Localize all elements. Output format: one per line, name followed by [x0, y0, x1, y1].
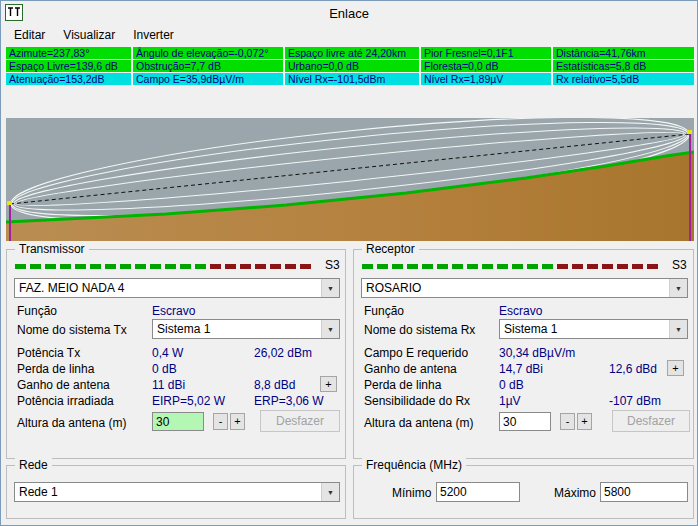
rx-antenna-gain-dbi: 14,7 dBi	[499, 362, 543, 376]
tx-antenna-gain-plus-button[interactable]: +	[320, 376, 337, 392]
info-cell: Campo E=35,9dBµV/m	[133, 73, 283, 85]
frequency-max-label: Máximo	[554, 486, 596, 500]
chevron-down-icon[interactable]: ▼	[669, 320, 687, 338]
signal-meter-segment	[270, 264, 281, 269]
signal-meter-segment	[90, 264, 101, 269]
signal-meter-segment	[617, 264, 628, 269]
signal-meter-segment	[45, 264, 56, 269]
signal-meter-segment	[542, 264, 553, 269]
tx-site-dot	[7, 201, 12, 205]
signal-meter-segment	[15, 264, 26, 269]
network-value: Rede 1	[15, 483, 321, 501]
tx-antenna-gain-label: Ganho de antena	[17, 378, 110, 392]
tx-height-minus-button[interactable]: -	[213, 413, 228, 430]
tx-power-dbm: 26,02 dBm	[254, 346, 312, 360]
signal-meter-segment	[195, 264, 206, 269]
info-cell: Estatísticas=5,8 dB	[553, 60, 694, 72]
rx-line-loss-label: Perda de linha	[364, 378, 441, 392]
signal-meter-segment	[527, 264, 538, 269]
signal-meter-segment	[497, 264, 508, 269]
signal-meter-segment	[285, 264, 296, 269]
tx-line-loss-label: Perda de linha	[17, 362, 94, 376]
signal-meter-segment	[105, 264, 116, 269]
network-group: Rede Rede 1 ▼	[6, 465, 346, 519]
tx-antenna-height-input[interactable]	[152, 412, 204, 431]
signal-meter-segment	[392, 264, 403, 269]
window-title: Enlace	[329, 6, 369, 21]
frequency-group: Frequência (MHz) Mínimo Máximo	[353, 465, 694, 519]
tx-station-value: FAZ. MEIO NADA 4	[15, 279, 321, 297]
rx-funcao-value: Escravo	[499, 304, 542, 318]
rx-line-loss-value: 0 dB	[499, 378, 524, 392]
transmitter-group-label: Transmissor	[15, 242, 89, 256]
rx-antenna-gain-label: Ganho de antena	[364, 362, 457, 376]
link-info-table: Azimute=237,83° Ângulo de elevação=-0,07…	[6, 47, 694, 85]
tx-eirp-value: EIRP=5,02 W	[152, 394, 225, 408]
rx-height-minus-button[interactable]: -	[560, 413, 575, 430]
rx-sensitivity-uv: 1µV	[499, 394, 521, 408]
network-group-label: Rede	[15, 458, 52, 472]
tx-station-select[interactable]: FAZ. MEIO NADA 4 ▼	[14, 278, 340, 298]
tx-undo-button[interactable]: Desfazer	[260, 410, 340, 432]
rx-height-plus-button[interactable]: +	[577, 413, 592, 430]
signal-meter-segment	[377, 264, 388, 269]
signal-meter-segment	[437, 264, 448, 269]
rx-system-value: Sistema 1	[500, 320, 669, 338]
menu-visualizar[interactable]: Visualizar	[54, 26, 124, 44]
signal-meter-segment	[632, 264, 643, 269]
tx-funcao-label: Função	[17, 304, 57, 318]
tx-system-select[interactable]: Sistema 1 ▼	[152, 319, 340, 339]
signal-meter-segment	[60, 264, 71, 269]
signal-meter-segment	[647, 264, 658, 269]
rx-required-field-label: Campo E requerido	[364, 346, 468, 360]
tx-signal-level: S3	[325, 258, 340, 272]
info-cell: Atenuação=153,2dB	[6, 73, 131, 85]
signal-meter-segment	[255, 264, 266, 269]
network-select[interactable]: Rede 1 ▼	[14, 482, 340, 502]
rx-undo-button[interactable]: Desfazer	[612, 410, 690, 432]
chevron-down-icon[interactable]: ▼	[321, 279, 339, 297]
tx-antenna-gain-dbi: 11 dBi	[152, 378, 185, 392]
rx-required-field-value: 30,34 dBµV/m	[499, 346, 575, 360]
menu-inverter[interactable]: Inverter	[124, 26, 183, 44]
enlace-window: Enlace Editar Visualizar Inverter Azimut…	[0, 0, 698, 526]
tx-antenna-height-label: Altura da antena (m)	[17, 416, 126, 430]
signal-meter-segment	[362, 264, 373, 269]
chevron-down-icon[interactable]: ▼	[321, 483, 339, 501]
info-cell: Azimute=237,83°	[6, 47, 131, 59]
signal-meter-segment	[120, 264, 131, 269]
chevron-down-icon[interactable]: ▼	[669, 279, 687, 297]
tx-height-plus-button[interactable]: +	[230, 413, 245, 430]
app-icon[interactable]	[5, 4, 23, 21]
info-cell: Pior Fresnel=0,1F1	[421, 47, 551, 59]
info-cell: Espaço Livre=139,6 dB	[6, 60, 131, 72]
menu-editar[interactable]: Editar	[5, 26, 54, 44]
info-cell: Floresta=0,0 dB	[421, 60, 551, 72]
tx-system-value: Sistema 1	[153, 320, 321, 338]
frequency-max-input[interactable]	[600, 482, 688, 502]
titlebar: Enlace	[1, 1, 697, 25]
rx-antenna-gain-plus-button[interactable]: +	[667, 360, 684, 376]
info-cell: Espaço livre até 24,20km	[285, 47, 419, 59]
rx-antenna-height-input[interactable]	[499, 412, 551, 431]
info-cell: Obstrução=7,7 dB	[133, 60, 283, 72]
rx-site-dot	[687, 130, 692, 134]
rx-signal-meter	[362, 263, 658, 270]
info-cell: Distância=41,76km	[553, 47, 694, 59]
tx-antenna-gain-dbd: 8,8 dBd	[254, 378, 295, 392]
signal-meter-segment	[407, 264, 418, 269]
signal-meter-segment	[75, 264, 86, 269]
signal-meter-segment	[587, 264, 598, 269]
signal-meter-segment	[30, 264, 41, 269]
rx-sensitivity-dbm: -107 dBm	[609, 394, 661, 408]
chevron-down-icon[interactable]: ▼	[321, 320, 339, 338]
signal-meter-segment	[557, 264, 568, 269]
signal-meter-segment	[422, 264, 433, 269]
transmitter-group: Transmissor S3 FAZ. MEIO NADA 4 ▼ Função…	[6, 249, 346, 459]
tx-erp-value: ERP=3,06 W	[254, 394, 324, 408]
frequency-min-input[interactable]	[436, 482, 520, 502]
rx-station-select[interactable]: ROSARIO ▼	[361, 278, 688, 298]
rx-system-select[interactable]: Sistema 1 ▼	[499, 319, 688, 339]
info-cell: Ângulo de elevação=-0,072°	[133, 47, 283, 59]
rx-antenna-height-label: Altura da antena (m)	[364, 416, 473, 430]
